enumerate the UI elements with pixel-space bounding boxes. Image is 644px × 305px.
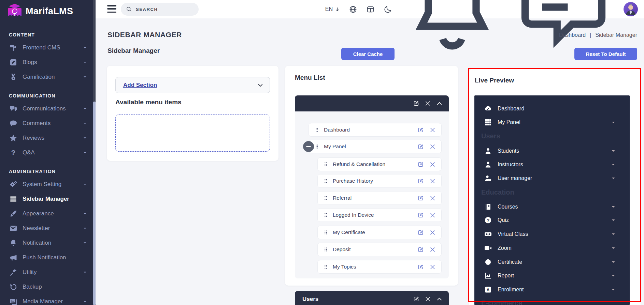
- svg-text:?: ?: [11, 149, 16, 156]
- reset-to-default-button[interactable]: Reset To Default: [574, 48, 637, 60]
- preview-item-quiz[interactable]: ?Quiz: [474, 214, 630, 226]
- x-icon[interactable]: [429, 161, 436, 168]
- edit-icon[interactable]: [413, 296, 419, 302]
- search-icon: [126, 6, 132, 13]
- collapse-children-button[interactable]: [303, 141, 314, 152]
- preview-item-students[interactable]: Students: [474, 145, 630, 157]
- menu-item-row-my-topics[interactable]: My Topics: [317, 260, 442, 274]
- preview-item-report[interactable]: Report: [474, 270, 630, 281]
- sidebar-item-comments[interactable]: Comments: [0, 116, 96, 131]
- envelope-icon: [9, 224, 18, 232]
- sidebar-item-blogs[interactable]: Blogs: [0, 55, 96, 70]
- menu-item-row-my-certificate[interactable]: My Certificate: [317, 226, 442, 239]
- edit-icon[interactable]: [417, 143, 424, 150]
- menu-item-label: Logged In Device: [333, 212, 374, 218]
- preview-item-user-manager[interactable]: User manager: [474, 172, 630, 184]
- layout-icon[interactable]: [366, 5, 375, 14]
- sidebar-scrollbar-thumb[interactable]: [93, 102, 96, 305]
- drag-handle-icon[interactable]: [323, 161, 328, 168]
- sidebar-item-system-setting[interactable]: System Setting: [0, 177, 96, 192]
- edit-icon[interactable]: [417, 127, 424, 133]
- drag-handle-icon[interactable]: [323, 246, 328, 253]
- x-icon[interactable]: [429, 212, 436, 218]
- edit-icon[interactable]: [417, 264, 424, 270]
- add-section-select[interactable]: Add Section: [115, 77, 270, 93]
- sidebar-item-utility[interactable]: Utility: [0, 265, 96, 279]
- menu-item-row-dashboard[interactable]: Dashboard: [309, 123, 442, 137]
- chevron-up-icon[interactable]: [436, 296, 443, 302]
- x-icon[interactable]: [425, 296, 431, 302]
- svg-text:A: A: [486, 288, 489, 292]
- preview-item-zoom[interactable]: Zoom: [474, 242, 630, 254]
- sidebar-item-appearance[interactable]: Appearance: [0, 206, 96, 221]
- user-avatar[interactable]: [624, 2, 638, 16]
- drag-handle-icon[interactable]: [323, 263, 328, 270]
- x-icon[interactable]: [429, 246, 436, 253]
- sidebar-item-gamification[interactable]: Gamification: [0, 70, 96, 84]
- edit-icon[interactable]: [417, 229, 424, 236]
- drag-handle-icon[interactable]: [323, 178, 328, 184]
- language-selector[interactable]: EN: [325, 6, 340, 12]
- preview-item-dashboard[interactable]: Dashboard: [474, 103, 630, 115]
- edit-icon[interactable]: [417, 212, 424, 218]
- hamburger-menu-icon[interactable]: [107, 5, 116, 13]
- preview-item-enrollment[interactable]: AEnrollment: [474, 284, 630, 295]
- breadcrumb-dashboard[interactable]: Dashboard: [559, 32, 586, 38]
- search-input[interactable]: [136, 7, 190, 12]
- sidebar-item-frontend-cms[interactable]: Frontend CMS: [0, 40, 96, 55]
- sidebar-item-reviews[interactable]: Reviews: [0, 131, 96, 145]
- vr-icon: [484, 230, 492, 238]
- preview-item-virtual-class[interactable]: Virtual Class: [474, 228, 630, 240]
- edit-icon[interactable]: [413, 100, 419, 107]
- drag-handle-icon[interactable]: [314, 143, 319, 150]
- sidebar-item-communications[interactable]: Communications: [0, 101, 96, 116]
- sidebar-item-media-manager[interactable]: Media Manager: [0, 294, 96, 305]
- preview-item-instructors[interactable]: Instructors: [474, 159, 630, 170]
- x-icon[interactable]: [425, 100, 431, 107]
- live-preview-panel: Live Preview DashboardMy PanelUsersStude…: [469, 69, 641, 305]
- preview-item-courses[interactable]: Courses: [474, 201, 630, 213]
- sidebar-item-push-notification[interactable]: Push Notification: [0, 250, 96, 265]
- menu-item-row-refund-cancellation[interactable]: Refund & Cancellation: [317, 157, 442, 171]
- drag-handle-icon[interactable]: [323, 195, 328, 201]
- caret-down-icon: [83, 136, 87, 140]
- brand-logo[interactable]: MarifaLMS: [7, 3, 73, 19]
- drag-handle-icon[interactable]: [314, 126, 319, 133]
- globe-icon[interactable]: [349, 5, 357, 14]
- menu-item-row-purchase-history[interactable]: Purchase History: [317, 174, 442, 188]
- menu-item-row-referral[interactable]: Referral: [317, 191, 442, 205]
- notifications-button[interactable]: 0: [401, 0, 503, 60]
- star-icon: [9, 134, 18, 142]
- menu-item-row-my-panel[interactable]: My Panel: [309, 140, 442, 153]
- paintbrush-icon: [9, 210, 18, 218]
- edit-icon[interactable]: [417, 195, 424, 201]
- drag-handle-icon[interactable]: [323, 229, 328, 236]
- x-icon[interactable]: [429, 127, 436, 133]
- edit-icon[interactable]: [417, 178, 424, 184]
- preview-item-my-panel[interactable]: My Panel: [474, 117, 630, 128]
- edit-icon[interactable]: [417, 161, 424, 168]
- chevron-up-icon[interactable]: [436, 100, 443, 107]
- sidebar-item-q-a[interactable]: ?Q&A: [0, 145, 96, 160]
- x-icon[interactable]: [429, 195, 436, 201]
- drag-handle-icon[interactable]: [323, 212, 328, 218]
- available-menu-items-dropzone[interactable]: [115, 115, 270, 152]
- sidebar-item-sidebar-manager[interactable]: Sidebar Manager: [0, 192, 96, 206]
- x-icon[interactable]: [429, 143, 436, 150]
- sidebar-item-newsletter[interactable]: Newsletter: [0, 221, 96, 235]
- edit-icon[interactable]: [417, 246, 424, 253]
- search-box[interactable]: [121, 3, 199, 16]
- preview-item-certificate[interactable]: Certificate: [474, 256, 630, 268]
- clear-cache-button[interactable]: Clear Cache: [341, 48, 395, 60]
- sidebar-item-notification[interactable]: Notification: [0, 235, 96, 250]
- x-icon[interactable]: [429, 178, 436, 184]
- nav-section-heading: CONTENT: [0, 25, 96, 40]
- live-preview-sidebar: DashboardMy PanelUsersStudentsInstructor…: [474, 95, 630, 305]
- sidebar-item-backup[interactable]: Backup: [0, 279, 96, 294]
- menu-item-row-logged-in-device[interactable]: Logged In Device: [317, 208, 442, 222]
- dark-mode-moon-icon[interactable]: [384, 5, 392, 14]
- x-icon[interactable]: [429, 229, 436, 236]
- x-icon[interactable]: [429, 264, 436, 270]
- breadcrumb: Dashboard | Sidebar Manager: [559, 32, 637, 38]
- menu-item-row-deposit[interactable]: Deposit: [317, 243, 442, 256]
